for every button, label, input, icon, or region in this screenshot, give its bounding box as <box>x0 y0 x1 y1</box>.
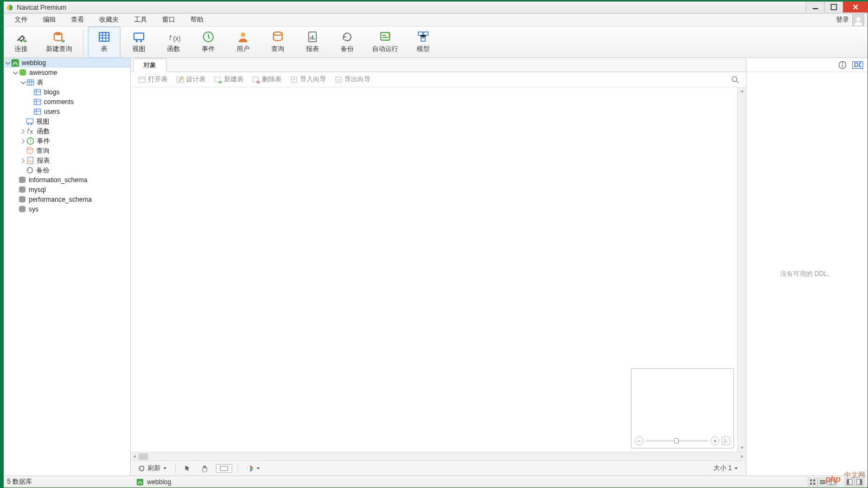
tree-table-item[interactable]: comments <box>4 97 130 107</box>
menu-file[interactable]: 文件 <box>7 14 35 25</box>
info-tab-button[interactable] <box>838 61 847 69</box>
tree-database-open[interactable]: awesome <box>4 68 130 78</box>
tool-table[interactable]: 表 <box>88 27 120 58</box>
open-table-button[interactable]: 打开表 <box>134 74 172 85</box>
tree-group-backups[interactable]: 备份 <box>4 165 130 175</box>
collapse-icon[interactable] <box>5 60 11 66</box>
tool-view[interactable]: 视图 <box>123 27 155 58</box>
import-wizard-button[interactable]: 导入向导 <box>286 74 330 85</box>
tree-group-queries[interactable]: 查询 <box>4 146 130 156</box>
report-group-icon <box>26 156 35 165</box>
tree-database-closed[interactable]: mysql <box>4 185 130 195</box>
expand-icon[interactable] <box>20 129 26 134</box>
collapse-icon[interactable] <box>12 70 18 76</box>
export-wizard-button[interactable]: 导出向导 <box>330 74 375 85</box>
zoom-out-button[interactable]: − <box>635 436 643 445</box>
expand-icon[interactable] <box>20 138 26 144</box>
tree-group-tables[interactable]: 表 <box>4 78 130 87</box>
expand-icon[interactable] <box>20 158 26 164</box>
tree-group-views[interactable]: 视图 <box>4 117 130 126</box>
scrollbar-thumb[interactable] <box>138 453 148 460</box>
menu-fav[interactable]: 收藏夹 <box>92 14 126 25</box>
collapse-icon[interactable] <box>20 80 26 86</box>
tool-new-query[interactable]: + 新建查询 <box>40 27 79 58</box>
zoom-fit-button[interactable] <box>722 436 730 445</box>
tool-backup[interactable]: 备份 <box>331 27 363 58</box>
tree-group-reports[interactable]: 报表 <box>4 156 130 165</box>
tool-connection[interactable]: + 连接 <box>5 27 37 58</box>
tool-automation[interactable]: 自动运行 <box>366 27 405 58</box>
menu-view[interactable]: 查看 <box>63 14 92 25</box>
database-closed-icon <box>18 176 27 184</box>
size-dropdown[interactable]: 大小 1 <box>713 464 742 473</box>
tab-objects[interactable]: 对象 <box>133 59 167 72</box>
svg-rect-2 <box>831 4 837 10</box>
search-icon[interactable] <box>731 75 739 84</box>
backup-icon <box>341 30 354 43</box>
design-table-button[interactable]: 设计表 <box>172 74 210 85</box>
object-tree[interactable]: webblog awesome 表 blogs comments <box>4 58 131 476</box>
svg-rect-19 <box>310 37 311 40</box>
menu-window[interactable]: 窗口 <box>155 14 183 25</box>
tree-database-closed[interactable]: sys <box>4 204 130 214</box>
scroll-down-icon[interactable] <box>738 444 746 452</box>
object-canvas[interactable]: − + <box>131 87 746 460</box>
tree-group-functions[interactable]: fx 函数 <box>4 126 130 136</box>
zoom-slider[interactable] <box>646 440 709 442</box>
vertical-scrollbar[interactable] <box>737 87 746 452</box>
tool-report[interactable]: 报表 <box>296 27 329 58</box>
tree-group-events[interactable]: 事件 <box>4 136 130 146</box>
menu-edit[interactable]: 编辑 <box>35 14 63 25</box>
zoom-in-button[interactable]: + <box>711 436 719 445</box>
scroll-left-icon[interactable] <box>131 452 138 460</box>
tool-label: 连接 <box>15 44 28 54</box>
refresh-button[interactable]: 刷新 <box>135 462 170 474</box>
close-button[interactable] <box>843 2 867 12</box>
tool-user[interactable]: 用户 <box>227 27 259 58</box>
svg-rect-21 <box>314 38 315 40</box>
tree-table-item[interactable]: blogs <box>4 87 130 97</box>
minimap[interactable]: − + <box>631 368 734 448</box>
tool-label: 查询 <box>271 44 284 54</box>
tool-model[interactable]: 模型 <box>407 27 439 58</box>
svg-rect-9 <box>99 33 109 41</box>
tool-query[interactable]: 查询 <box>261 27 294 58</box>
main-toolbar: + 连接 + 新建查询 表 视图 f(x) 函数 事件 用户 <box>4 27 867 58</box>
minimize-button[interactable] <box>806 2 824 12</box>
tool-function[interactable]: f(x) 函数 <box>157 27 190 58</box>
tree-table-item[interactable]: users <box>4 107 130 117</box>
select-rect-button[interactable] <box>216 464 232 473</box>
ddl-tab-button[interactable]: DDL <box>852 61 863 69</box>
svg-point-54 <box>732 76 737 81</box>
query-group-icon <box>25 146 34 155</box>
new-table-button[interactable]: +新建表 <box>210 74 248 85</box>
tree-connection[interactable]: webblog <box>4 58 130 68</box>
tree-label: users <box>44 107 60 117</box>
hand-tool-button[interactable] <box>199 463 212 474</box>
design-table-icon <box>176 76 184 84</box>
menu-tools[interactable]: 工具 <box>126 14 155 25</box>
zoom-slider-thumb[interactable] <box>674 438 679 444</box>
view-grid-icon[interactable] <box>808 478 818 486</box>
tool-label: 备份 <box>341 44 354 54</box>
color-picker-button[interactable] <box>244 463 263 474</box>
login-link[interactable]: 登录 <box>836 15 852 24</box>
tool-event[interactable]: 事件 <box>192 27 225 58</box>
menubar: 文件 编辑 查看 收藏夹 工具 窗口 帮助 登录 <box>4 14 867 27</box>
svg-text:+: + <box>61 36 65 43</box>
horizontal-scrollbar[interactable] <box>131 452 746 460</box>
tree-database-closed[interactable]: information_schema <box>4 175 130 185</box>
tool-label: 模型 <box>417 44 430 54</box>
tree-label: 表 <box>37 78 43 87</box>
color-icon <box>246 465 254 472</box>
avatar-icon[interactable] <box>852 14 864 26</box>
scroll-up-icon[interactable] <box>738 87 746 95</box>
scroll-right-icon[interactable] <box>738 452 746 460</box>
pointer-tool-button[interactable] <box>181 463 194 474</box>
menu-help[interactable]: 帮助 <box>183 14 211 25</box>
svg-rect-68 <box>820 483 825 484</box>
maximize-button[interactable] <box>824 2 843 12</box>
tree-database-closed[interactable]: performance_schema <box>4 195 130 204</box>
titlebar[interactable]: Navicat Premium <box>4 2 867 14</box>
delete-table-button[interactable]: −删除表 <box>248 74 286 85</box>
